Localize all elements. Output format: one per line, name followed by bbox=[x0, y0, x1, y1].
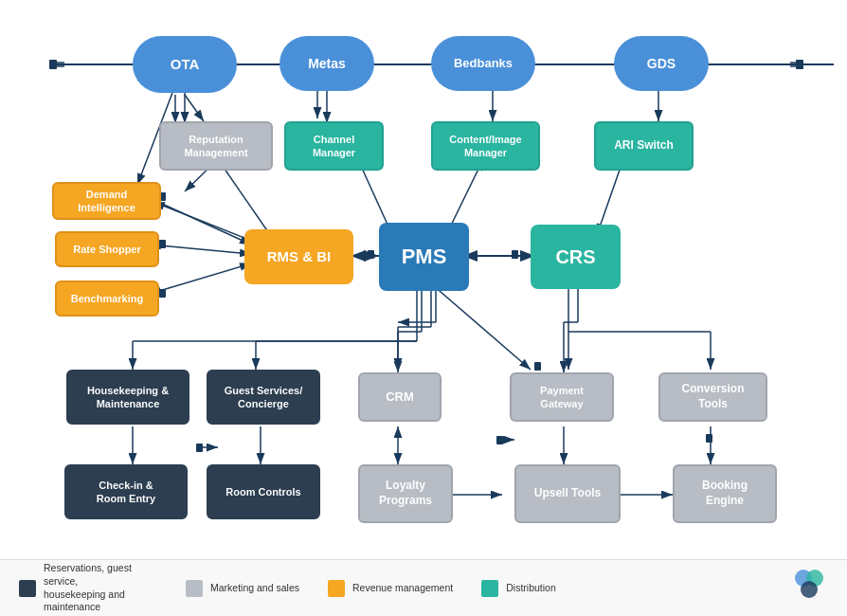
legend-box-gray bbox=[186, 580, 203, 597]
metas-label: Metas bbox=[308, 55, 346, 72]
rms-bi-label: RMS & BI bbox=[267, 247, 332, 266]
legend-text-dark: Reservations, guest service,housekeeping… bbox=[44, 562, 157, 614]
rate-shopper-node: Rate Shopper bbox=[55, 231, 159, 267]
crm-label: CRM bbox=[386, 390, 414, 406]
svg-rect-55 bbox=[196, 444, 203, 452]
guest-services-label: Guest Services/Concierge bbox=[225, 384, 303, 411]
metas-node: Metas bbox=[279, 36, 374, 91]
svg-line-27 bbox=[152, 199, 251, 245]
ari-switch-label: ARI Switch bbox=[614, 138, 674, 154]
payment-label: PaymentGateway bbox=[540, 384, 584, 411]
checkin-node: Check-in &Room Entry bbox=[64, 464, 188, 519]
legend-text-gray: Marketing and sales bbox=[210, 582, 299, 595]
ota-label: OTA bbox=[171, 55, 200, 74]
crm-node: CRM bbox=[358, 372, 442, 422]
conversion-node: ConversionTools bbox=[658, 372, 767, 422]
svg-point-96 bbox=[801, 581, 818, 598]
svg-rect-69 bbox=[534, 362, 541, 371]
gds-label: GDS bbox=[647, 55, 676, 72]
legend-item-gray: Marketing and sales bbox=[186, 580, 299, 597]
guest-services-node: Guest Services/Concierge bbox=[207, 370, 320, 425]
bedbanks-node: Bedbanks bbox=[431, 36, 535, 91]
legend-box-orange bbox=[328, 580, 345, 597]
upsell-node: Upsell Tools bbox=[514, 464, 621, 523]
reputation-label: ReputationManagement bbox=[184, 133, 247, 160]
svg-line-29 bbox=[150, 245, 251, 254]
content-image-label: Content/ImageManager bbox=[449, 133, 521, 160]
content-image-node: Content/ImageManager bbox=[431, 121, 540, 171]
booking-label: BookingEngine bbox=[702, 479, 748, 508]
room-controls-node: Room Controls bbox=[207, 464, 320, 519]
logo bbox=[790, 565, 828, 607]
svg-rect-8 bbox=[49, 60, 57, 69]
svg-rect-84 bbox=[496, 436, 503, 444]
diagram-container: OTA Metas Bedbanks GDS ReputationManagem… bbox=[0, 0, 847, 559]
crs-label: CRS bbox=[555, 245, 595, 269]
svg-rect-12 bbox=[796, 60, 803, 69]
legend-text-orange: Revenue management bbox=[352, 582, 453, 595]
legend-item-orange: Revenue management bbox=[328, 580, 453, 597]
loyalty-node: LoyaltyPrograms bbox=[358, 464, 453, 523]
bedbanks-label: Bedbanks bbox=[454, 56, 513, 72]
loyalty-label: LoyaltyPrograms bbox=[379, 479, 432, 508]
checkin-label: Check-in &Room Entry bbox=[97, 479, 155, 506]
payment-node: PaymentGateway bbox=[510, 372, 614, 422]
svg-line-93 bbox=[185, 95, 204, 121]
legend-text-teal: Distribution bbox=[506, 582, 556, 595]
conversion-label: ConversionTools bbox=[681, 382, 744, 411]
channel-manager-label: ChannelManager bbox=[313, 133, 355, 160]
legend-box-teal bbox=[481, 580, 498, 597]
pms-node: PMS bbox=[379, 223, 469, 291]
pms-label: PMS bbox=[402, 244, 447, 271]
legend-item-dark: Reservations, guest service,housekeeping… bbox=[19, 562, 157, 614]
gds-node: GDS bbox=[614, 36, 709, 91]
rms-bi-node: RMS & BI bbox=[244, 229, 353, 284]
channel-manager-node: ChannelManager bbox=[284, 121, 384, 171]
room-controls-label: Room Controls bbox=[225, 485, 300, 498]
svg-line-48 bbox=[426, 280, 531, 370]
svg-rect-37 bbox=[159, 289, 166, 298]
benchmarking-node: Benchmarking bbox=[55, 281, 159, 317]
svg-line-30 bbox=[150, 263, 251, 294]
crs-node: CRS bbox=[531, 225, 621, 289]
upsell-label: Upsell Tools bbox=[534, 486, 601, 501]
demand-node: DemandIntelligence bbox=[52, 182, 161, 220]
demand-label: DemandIntelligence bbox=[78, 188, 135, 215]
reputation-node: ReputationManagement bbox=[159, 121, 273, 171]
svg-rect-34 bbox=[159, 240, 166, 248]
housekeeping-node: Housekeeping &Maintenance bbox=[66, 370, 189, 425]
svg-rect-88 bbox=[706, 434, 712, 443]
booking-node: BookingEngine bbox=[673, 464, 777, 523]
svg-rect-63 bbox=[368, 250, 374, 259]
svg-rect-66 bbox=[512, 250, 518, 259]
benchmarking-label: Benchmarking bbox=[71, 292, 143, 305]
ari-switch-node: ARI Switch bbox=[594, 121, 694, 171]
legend: Reservations, guest service,housekeeping… bbox=[0, 559, 847, 616]
ota-node: OTA bbox=[133, 36, 237, 93]
rate-shopper-label: Rate Shopper bbox=[73, 243, 141, 256]
legend-item-teal: Distribution bbox=[481, 580, 556, 597]
svg-line-28 bbox=[153, 202, 254, 242]
legend-box-dark bbox=[19, 580, 36, 597]
housekeeping-label: Housekeeping &Maintenance bbox=[87, 384, 169, 411]
